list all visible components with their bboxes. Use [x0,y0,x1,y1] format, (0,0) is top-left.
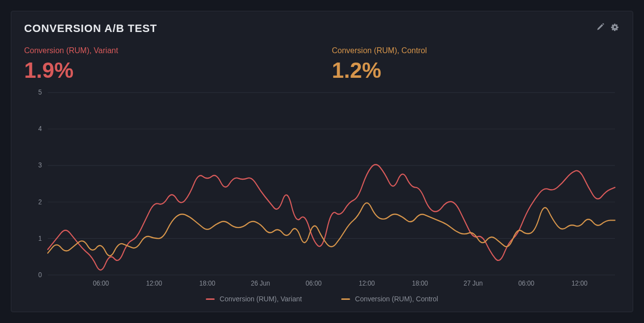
legend-swatch-control [341,298,350,300]
legend-item-variant[interactable]: Conversion (RUM), Variant [206,295,302,303]
svg-text:3: 3 [38,162,42,169]
svg-text:12:00: 12:00 [146,280,162,288]
svg-text:27 Jun: 27 Jun [464,280,483,288]
chart-svg: 01234506:0012:0018:0026 Jun06:0012:0018:… [24,87,620,291]
svg-text:06:00: 06:00 [306,280,322,288]
svg-text:18:00: 18:00 [199,280,216,288]
chart-legend: Conversion (RUM), Variant Conversion (RU… [24,295,620,303]
svg-text:1: 1 [38,234,42,242]
kpi-row: Conversion (RUM), Variant 1.9% Conversio… [24,46,620,83]
gear-icon[interactable] [610,22,620,32]
kpi-variant-value: 1.9% [24,58,312,83]
legend-item-control[interactable]: Conversion (RUM), Control [341,295,438,303]
svg-text:06:00: 06:00 [518,280,535,288]
svg-text:26 Jun: 26 Jun [251,280,270,288]
kpi-variant: Conversion (RUM), Variant 1.9% [24,46,312,83]
kpi-control: Conversion (RUM), Control 1.2% [332,46,620,83]
legend-swatch-variant [206,298,215,300]
svg-text:12:00: 12:00 [359,280,375,288]
svg-text:12:00: 12:00 [572,280,588,288]
panel-title: CONVERSION A/B TEST [24,22,157,35]
legend-label-control: Conversion (RUM), Control [355,295,438,303]
panel-header: CONVERSION A/B TEST [24,22,620,35]
kpi-control-value: 1.2% [332,58,620,83]
panel-conversion-ab-test: CONVERSION A/B TEST Conversion (RUM), Va… [11,11,633,312]
svg-text:18:00: 18:00 [412,280,428,288]
edit-icon[interactable] [595,22,605,32]
panel-actions [595,22,620,32]
svg-text:2: 2 [38,198,42,206]
svg-text:4: 4 [38,125,42,133]
svg-text:06:00: 06:00 [93,280,109,288]
legend-label-variant: Conversion (RUM), Variant [220,295,302,303]
kpi-variant-label: Conversion (RUM), Variant [24,46,312,55]
kpi-control-label: Conversion (RUM), Control [332,46,620,55]
chart: 01234506:0012:0018:0026 Jun06:0012:0018:… [24,87,620,291]
svg-text:5: 5 [38,89,42,97]
svg-text:0: 0 [38,271,42,279]
